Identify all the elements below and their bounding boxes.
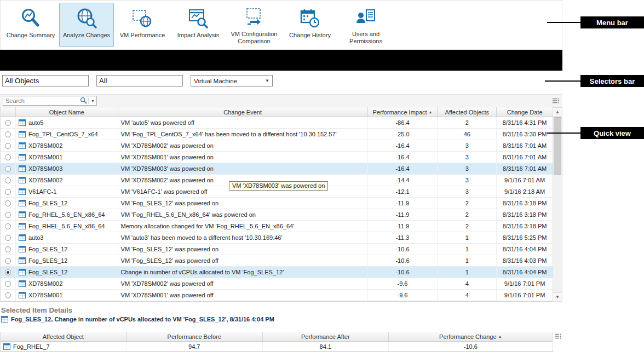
table-row[interactable]: Fog_SLES_12 Change in number of vCPUs al… [1,267,553,278]
quick-view-rows: auto5 VM 'auto5' was powered off -86.4 2… [1,117,553,301]
table-row[interactable]: Fog_SLES_12 VM 'Fog_SLES_12' was powered… [1,255,553,267]
object-name-text: V61AFC-1 [28,188,56,195]
menu-item-vm-configuration-comparison[interactable]: VM Configuration Comparison [227,3,281,47]
table-row[interactable]: XD78SM002 VM 'XD78SM002' was powered on … [1,140,553,152]
row-radio[interactable] [5,269,11,275]
table-row[interactable]: Fog_TPL_CentOS_7_x64 VM 'Fog_TPL_CentOS_… [1,129,553,140]
table-row[interactable]: XD78SM001 VM 'XD78SM001' was powered off… [1,290,553,301]
scrollbar-thumb[interactable] [554,117,561,175]
affected-objects-text: 3 [438,163,497,174]
selected-item-text: Fog_SLES_12, Change in number of vCPUs a… [11,316,274,323]
menu-item-label: Change Summary [7,32,55,39]
vm-icon [19,142,26,149]
search-input[interactable] [3,97,80,104]
scroll-up-icon[interactable]: ▲ [553,108,562,117]
change-event-text: VM 'Fog_TPL_CentOS_7_x64' has been moved… [118,129,368,140]
table-row[interactable]: Fog_RHEL_5.6_EN_x86_64 VM 'Fog_RHEL_5.6_… [1,209,553,221]
row-radio[interactable] [5,200,11,206]
column-header-performance-change[interactable]: Performance Change ▲ [389,332,553,341]
affected-objects-text: 1 [438,267,497,278]
row-radio[interactable] [5,212,11,218]
change-date-text: 8/31/16 3:18 PM [497,209,553,220]
row-radio[interactable] [5,131,11,137]
table-row[interactable]: auto3 VM 'auto3' has been moved to a dif… [1,232,553,244]
change-date-text: 9/1/16 7:01 PM [497,278,553,289]
vm-icon [3,343,10,350]
performance-impact-text: -11.3 [368,232,438,243]
change-event-text: VM 'XD78SM003' was powered on [118,163,368,174]
table-row[interactable]: XD78SM003 VM 'XD78SM003' was powered on … [1,163,553,175]
row-radio[interactable] [5,258,11,264]
change-date-text: 8/31/16 7:01 AM [497,152,553,163]
table-row[interactable]: XD78SM002 VM 'XD78SM002' was powered off… [1,278,553,290]
table-row[interactable]: Fog_SLES_12 VM 'Fog_SLES_12' was powered… [1,198,553,209]
menu-item-analyze-changes[interactable]: Analyze Changes [59,3,114,47]
annotation-line-selectors-bar [545,80,580,82]
details-table-row[interactable]: Fog_RHEL_7 94.7 84.1 -10.6 [1,342,553,352]
object-scope-input[interactable] [2,75,89,87]
vm-configuration-comparison-icon [243,5,265,30]
vm-icon [19,246,26,252]
search-box: ▼ [3,96,97,106]
grid-options-icon[interactable] [554,333,562,339]
column-header-affected-objects[interactable]: Affected Objects [438,107,497,117]
quick-view-header-row: Object Name Change Event Performance Imp… [1,107,553,117]
column-header-affected-object[interactable]: Affected Object [1,332,127,341]
row-radio[interactable] [5,223,11,229]
row-radio[interactable] [5,143,11,149]
menu-item-change-summary[interactable]: Change Summary [3,3,58,47]
menu-item-impact-analysis[interactable]: Impact Analysis [171,3,226,47]
change-event-text: VM 'Fog_SLES_12' was powered on [118,198,368,209]
row-radio[interactable] [5,246,11,252]
column-header-change-date[interactable]: Change Date [497,107,553,117]
object-name-text: Fog_SLES_12 [28,269,68,275]
performance-impact-text: -11.9 [368,221,438,232]
menu-item-vm-performance[interactable]: VM Performance [115,3,170,47]
object-type-dropdown[interactable]: Virtual Machine ▼ [191,75,273,87]
table-row[interactable]: auto5 VM 'auto5' was powered off -86.4 2… [1,117,553,129]
users-and-permissions-icon [355,5,377,30]
scroll-down-icon[interactable]: ▼ [553,292,562,301]
row-radio[interactable] [5,292,11,298]
row-radio[interactable] [5,120,11,126]
search-toolbar: ▼ [0,94,562,107]
object-name-text: XD78SM001 [28,154,62,160]
column-header-performance-impact[interactable]: Performance Impact ▲ [368,107,438,117]
vertical-scrollbar[interactable]: ▲ ▼ [553,107,562,302]
performance-impact-text: -10.6 [368,244,438,255]
grid-options-icon[interactable] [552,97,560,104]
affected-object-text: Fog_RHEL_7 [13,343,50,350]
menu-item-users-and-permissions[interactable]: Users and Permissions [338,3,393,47]
row-radio[interactable] [5,235,11,241]
object-type-value: Virtual Machine [194,78,237,84]
table-row[interactable]: Fog_RHEL_5.6_EN_x86_64 Memory allocation… [1,221,553,232]
chevron-down-icon: ▼ [265,78,269,83]
change-date-text: 8/31/16 7:01 AM [497,163,553,174]
column-header-performance-before[interactable]: Performance Before [127,332,263,341]
table-row[interactable]: XD78SM001 VM 'XD78SM001' was powered on … [1,152,553,163]
change-date-text: 9/1/16 2:18 AM [497,186,553,197]
column-header-change-event[interactable]: Change Event [118,107,368,117]
change-event-text: Change in number of vCPUs allocated to V… [118,267,368,278]
annotation-line-quick-view [547,133,580,134]
column-header-performance-after[interactable]: Performance After [263,332,389,341]
vm-icon [19,177,26,183]
search-options-arrow-icon[interactable]: ▼ [91,99,95,103]
category-input[interactable] [96,75,183,87]
quick-view-table: Object Name Change Event Performance Imp… [0,107,562,302]
menu-bar: Change Summary Analyze Changes [0,0,562,50]
row-radio[interactable] [5,189,11,195]
column-header-object-name[interactable]: Object Name [16,107,118,117]
table-row[interactable]: Fog_SLES_12 VM 'Fog_SLES_12' was powered… [1,244,553,255]
sort-ascending-icon: ▲ [429,110,433,114]
row-radio[interactable] [5,281,11,287]
menu-item-change-history[interactable]: Change History [283,3,337,47]
row-radio[interactable] [5,154,11,160]
row-radio[interactable] [5,166,11,172]
row-radio[interactable] [5,177,11,183]
column-header-label: Performance Impact [373,109,427,116]
object-name-text: XD78SM001 [28,292,62,298]
search-icon[interactable] [80,97,87,105]
scrollbar-track[interactable] [553,176,562,292]
performance-impact-text: -10.6 [368,255,438,266]
